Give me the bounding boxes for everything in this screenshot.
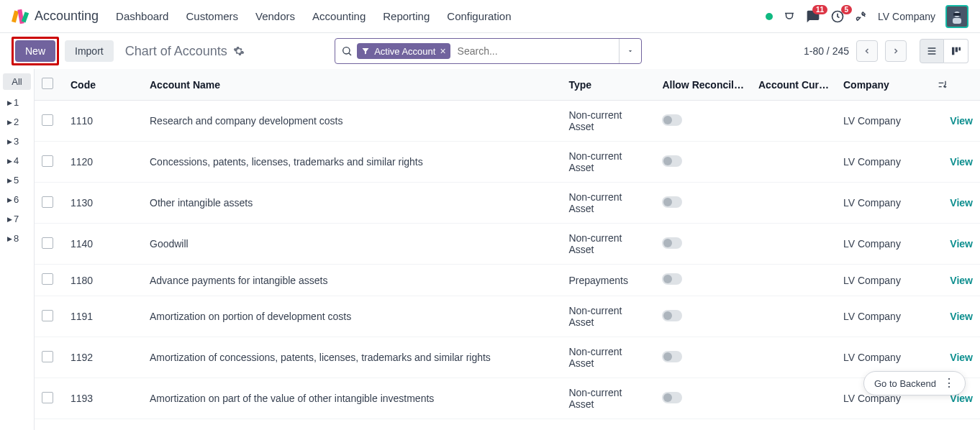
- view-link[interactable]: View: [950, 156, 973, 168]
- row-checkbox[interactable]: [42, 273, 53, 285]
- kebab-icon[interactable]: ⋮: [943, 378, 955, 389]
- search-dropdown-toggle[interactable]: [619, 39, 641, 63]
- row-checkbox[interactable]: [42, 196, 53, 208]
- sidebar-group-3[interactable]: ▶3: [0, 132, 34, 151]
- page-prev-button[interactable]: [856, 40, 878, 62]
- page-counter[interactable]: 1-80 / 245: [804, 45, 849, 57]
- messages-icon[interactable]: 11: [806, 9, 820, 24]
- menu-dashboard[interactable]: Dashboard: [116, 10, 168, 22]
- row-checkbox[interactable]: [42, 155, 53, 167]
- row-checkbox[interactable]: [42, 310, 53, 321]
- cell-name: Advance payments for intangible assets: [142, 265, 561, 296]
- sidebar-group-4[interactable]: ▶4: [0, 151, 34, 170]
- cell-code: 1193: [63, 378, 142, 419]
- app-title[interactable]: Accounting: [35, 9, 99, 24]
- cell-currency: [751, 378, 836, 419]
- column-settings-icon[interactable]: [937, 79, 973, 91]
- table-row[interactable]: 1195Amortization of other intangible inv…: [35, 419, 980, 431]
- cell-code: 1192: [63, 337, 142, 378]
- user-avatar[interactable]: [945, 5, 968, 28]
- table-row[interactable]: 1110Research and company development cos…: [35, 101, 980, 142]
- go-to-backend-label: Go to Backend: [874, 378, 936, 389]
- reconcile-toggle[interactable]: [662, 351, 682, 362]
- filter-chip-label: Active Account: [374, 46, 435, 57]
- import-button[interactable]: Import: [65, 40, 114, 62]
- table-row[interactable]: 1193Amortization on part of the value of…: [35, 378, 980, 419]
- filter-chip[interactable]: Active Account ×: [357, 43, 450, 59]
- table-row[interactable]: 1140GoodwillNon-current AssetLV CompanyV…: [35, 224, 980, 265]
- view-link[interactable]: View: [950, 238, 973, 250]
- search-box: Active Account ×: [335, 38, 641, 64]
- table-row[interactable]: 1120Concessions, patents, licenses, trad…: [35, 142, 980, 183]
- cell-name: Concessions, patents, licenses, trademar…: [142, 142, 561, 183]
- view-link[interactable]: View: [950, 197, 973, 209]
- list-view-button[interactable]: [920, 39, 944, 63]
- reconcile-toggle[interactable]: [662, 114, 682, 126]
- tools-icon[interactable]: [855, 10, 868, 23]
- menu-customers[interactable]: Customers: [186, 10, 238, 22]
- company-name[interactable]: LV Company: [878, 11, 935, 22]
- sidebar-group-1[interactable]: ▶1: [0, 93, 34, 112]
- table-row[interactable]: 1192Amortization of concessions, patents…: [35, 337, 980, 378]
- tray-icon[interactable]: [783, 10, 796, 23]
- row-checkbox[interactable]: [42, 351, 53, 362]
- cell-code: 1195: [63, 419, 142, 431]
- reconcile-toggle[interactable]: [662, 196, 682, 208]
- page-next-button[interactable]: [885, 40, 907, 62]
- col-company[interactable]: Company: [836, 69, 930, 101]
- col-type[interactable]: Type: [561, 69, 655, 101]
- col-currency[interactable]: Account Cur…: [751, 69, 836, 101]
- menu-vendors[interactable]: Vendors: [255, 10, 295, 22]
- new-button[interactable]: New: [15, 40, 55, 62]
- reconcile-toggle[interactable]: [662, 392, 682, 403]
- col-name[interactable]: Account Name: [142, 69, 561, 101]
- row-checkbox[interactable]: [42, 237, 53, 249]
- svg-rect-9: [952, 47, 954, 55]
- reconcile-toggle[interactable]: [662, 310, 682, 321]
- cell-currency: [751, 419, 836, 431]
- col-reconcile[interactable]: Allow Reconcil…: [655, 69, 751, 101]
- sidebar-all[interactable]: All: [3, 73, 31, 90]
- view-link[interactable]: View: [950, 352, 973, 363]
- table-row[interactable]: 1191Amortization on portion of developme…: [35, 296, 980, 337]
- app-logo[interactable]: [12, 8, 29, 25]
- accounts-table-wrap[interactable]: Code Account Name Type Allow Reconcil… A…: [35, 69, 980, 430]
- svg-rect-0: [12, 10, 19, 22]
- breadcrumb-title: Chart of Accounts: [125, 44, 227, 59]
- row-checkbox[interactable]: [42, 114, 53, 126]
- menu-accounting[interactable]: Accounting: [312, 10, 366, 22]
- sidebar-group-5[interactable]: ▶5: [0, 170, 34, 190]
- table-row[interactable]: 1180Advance payments for intangible asse…: [35, 265, 980, 296]
- accounts-table: Code Account Name Type Allow Reconcil… A…: [35, 69, 980, 430]
- view-link[interactable]: View: [950, 311, 973, 322]
- svg-rect-7: [953, 13, 961, 16]
- cell-name: Research and company development costs: [142, 101, 561, 142]
- sidebar-group-7[interactable]: ▶7: [0, 209, 34, 229]
- cell-company: LV Company: [836, 101, 930, 142]
- sidebar-group-6[interactable]: ▶6: [0, 190, 34, 209]
- search-input[interactable]: [455, 42, 613, 60]
- menu-configuration[interactable]: Configuration: [447, 10, 511, 22]
- cell-type: Non-current Asset: [561, 142, 655, 183]
- kanban-view-button[interactable]: [944, 39, 968, 63]
- activities-icon[interactable]: 5: [830, 9, 845, 24]
- reconcile-toggle[interactable]: [662, 273, 682, 285]
- select-all-checkbox[interactable]: [42, 78, 53, 89]
- cell-code: 1140: [63, 224, 142, 265]
- menu-reporting[interactable]: Reporting: [383, 10, 430, 22]
- table-row[interactable]: 1130Other intangible assetsNon-current A…: [35, 183, 980, 224]
- row-checkbox[interactable]: [42, 392, 53, 403]
- sidebar-group-8[interactable]: ▶8: [0, 229, 34, 248]
- view-link[interactable]: View: [950, 115, 973, 127]
- col-code[interactable]: Code: [63, 69, 142, 101]
- go-to-backend-button[interactable]: Go to Backend ⋮: [863, 371, 966, 395]
- filter-chip-remove[interactable]: ×: [440, 45, 445, 57]
- view-link[interactable]: View: [950, 275, 973, 286]
- caret-right-icon: ▶: [7, 235, 12, 242]
- reconcile-toggle[interactable]: [662, 155, 682, 167]
- caret-right-icon: ▶: [7, 177, 12, 184]
- cell-name: Goodwill: [142, 224, 561, 265]
- gear-icon[interactable]: [233, 45, 245, 57]
- sidebar-group-2[interactable]: ▶2: [0, 112, 34, 132]
- reconcile-toggle[interactable]: [662, 237, 682, 249]
